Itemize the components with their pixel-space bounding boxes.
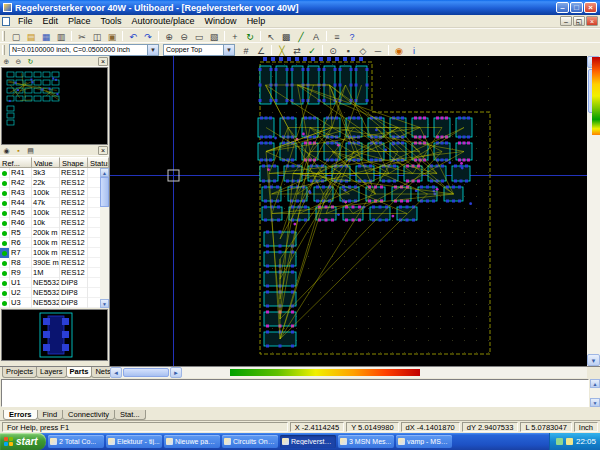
menu-item-help[interactable]: Help — [242, 15, 271, 27]
filter-icon[interactable]: ▤ — [25, 145, 36, 155]
overview-zoom-out-icon[interactable]: ⊖ — [13, 56, 24, 66]
print-icon[interactable]: ▥ — [54, 30, 68, 42]
scroll-down-icon[interactable]: ▼ — [587, 354, 600, 366]
table-row[interactable]: U3NE5532DIP8 — [0, 298, 101, 308]
tab-errors[interactable]: Errors — [3, 410, 38, 420]
table-row[interactable]: R7100k mRES12 — [0, 248, 101, 258]
table-row[interactable]: R413k3RES12 — [0, 168, 101, 178]
parts-header-ref[interactable]: Ref... — [0, 157, 32, 168]
tab-stat[interactable]: Stat... — [114, 410, 146, 420]
parts-header-shape[interactable]: Shape — [60, 157, 88, 168]
parts-close-button[interactable]: × — [98, 146, 108, 155]
birds-eye-view[interactable] — [1, 67, 108, 145]
via-icon[interactable]: ⊙ — [326, 44, 340, 56]
info-icon[interactable]: i — [407, 44, 421, 56]
zoom-full-icon[interactable]: ▧ — [207, 30, 221, 42]
taskbar-button-vamp-msn[interactable]: vamp - MSN... — [396, 435, 452, 448]
tab-layers[interactable]: Layers — [36, 367, 67, 378]
chevron-down-icon[interactable]: ▼ — [147, 45, 158, 55]
toolbar-grip[interactable] — [2, 31, 5, 41]
canvas-hscrollbar[interactable]: ◄ ► — [110, 367, 587, 378]
menu-item-place[interactable]: Place — [63, 15, 96, 27]
mdi-close-button[interactable]: × — [586, 16, 598, 26]
mdi-minimize-button[interactable]: – — [560, 16, 572, 26]
grid-combo[interactable]: N=0.0100000 inch, C=0.0500000 inch ▼ — [9, 44, 159, 56]
table-row[interactable]: R91MRES12 — [0, 268, 101, 278]
menu-item-autoroute-place[interactable]: Autoroute/place — [127, 15, 200, 27]
lock-icon[interactable]: ▪ — [13, 145, 24, 155]
zoom-in-icon[interactable]: ⊕ — [162, 30, 176, 42]
parts-scrollbar[interactable]: ▲ ▼ — [100, 168, 109, 308]
undo-icon[interactable]: ↶ — [126, 30, 140, 42]
table-row[interactable]: R45100kRES12 — [0, 208, 101, 218]
close-button[interactable]: × — [584, 2, 597, 13]
taskbar-button-elektuur-tij[interactable]: Elektuur - tij... — [106, 435, 162, 448]
table-row[interactable]: R4447kRES12 — [0, 198, 101, 208]
select-icon[interactable]: ↖ — [264, 30, 278, 42]
help-icon[interactable]: ? — [345, 30, 359, 42]
tab-projects[interactable]: Projects — [2, 367, 37, 378]
tab-parts[interactable]: Parts — [66, 367, 93, 378]
parts-header-value[interactable]: Value — [32, 157, 60, 168]
pan-icon[interactable]: + — [228, 30, 242, 42]
cut-icon[interactable]: ✂ — [75, 30, 89, 42]
new-icon[interactable]: ▢ — [9, 30, 23, 42]
tab-connectivity[interactable]: Connectivity — [62, 410, 115, 420]
chevron-down-icon[interactable]: ▼ — [223, 45, 234, 55]
copy-icon[interactable]: ◫ — [90, 30, 104, 42]
scroll-left-icon[interactable]: ◄ — [110, 367, 122, 378]
table-row[interactable]: R6100k mRES12 — [0, 238, 101, 248]
table-row[interactable]: R4222kRES12 — [0, 178, 101, 188]
taskbar-button-3-msn-mes[interactable]: 3 MSN Mes... — [338, 435, 394, 448]
taskbar-button-2-total-co[interactable]: 2 Total Co... — [48, 435, 104, 448]
mdi-restore-button[interactable]: ◱ — [573, 16, 585, 26]
scroll-down-icon[interactable]: ▼ — [590, 398, 600, 407]
scroll-down-icon[interactable]: ▼ — [100, 299, 109, 308]
redraw-icon[interactable]: ↻ — [243, 30, 257, 42]
overview-close-button[interactable]: × — [98, 57, 108, 66]
taskbar-button-nieuwe-pagi[interactable]: Nieuwe pagi... — [164, 435, 220, 448]
maximize-button[interactable]: □ — [570, 2, 583, 13]
table-row[interactable]: U1NE5532DIP8 — [0, 278, 101, 288]
highlight-icon[interactable]: ◉ — [392, 44, 406, 56]
properties-icon[interactable]: ≡ — [330, 30, 344, 42]
overview-zoom-in-icon[interactable]: ⊕ — [1, 56, 12, 66]
ruler-icon[interactable]: ∠ — [254, 44, 268, 56]
tray-icon[interactable] — [566, 438, 573, 445]
open-icon[interactable]: ▤ — [24, 30, 38, 42]
scroll-up-icon[interactable]: ▲ — [590, 379, 600, 388]
paste-icon[interactable]: ▣ — [105, 30, 119, 42]
minimize-button[interactable]: – — [556, 2, 569, 13]
scroll-right-icon[interactable]: ► — [170, 367, 182, 378]
find-icon[interactable]: ◉ — [1, 145, 12, 155]
taskbar-button-circuits-onlin[interactable]: Circuits Onlin... — [222, 435, 278, 448]
save-icon[interactable]: ▦ — [39, 30, 53, 42]
place-part-icon[interactable]: ▩ — [279, 30, 293, 42]
pcb-canvas[interactable] — [110, 56, 587, 366]
results-content[interactable] — [1, 379, 589, 407]
scroll-up-icon[interactable]: ▲ — [100, 168, 109, 177]
table-row[interactable]: U2NE5532DIP8 — [0, 288, 101, 298]
table-row[interactable]: R4610kRES12 — [0, 218, 101, 228]
place-trace-icon[interactable]: ╱ — [294, 30, 308, 42]
taskbar-button-regelverster[interactable]: Regelverster... — [280, 435, 336, 448]
table-row[interactable]: R5200k mRES12 — [0, 228, 101, 238]
place-text-icon[interactable]: A — [309, 30, 323, 42]
grid-icon[interactable]: # — [239, 44, 253, 56]
menu-item-window[interactable]: Window — [200, 15, 242, 27]
zoom-out-icon[interactable]: ⊖ — [177, 30, 191, 42]
toolbar-grip[interactable] — [2, 45, 5, 55]
tray-icon[interactable] — [556, 438, 563, 445]
drc-icon[interactable]: ✓ — [305, 44, 319, 56]
table-row[interactable]: R8390E mRES12 — [0, 258, 101, 268]
table-row[interactable]: R43100kRES12 — [0, 188, 101, 198]
pad-icon[interactable]: ▪ — [341, 44, 355, 56]
menu-item-file[interactable]: File — [13, 15, 38, 27]
autoroute-icon[interactable]: ⇄ — [290, 44, 304, 56]
ratsnest-icon[interactable]: ╳ — [275, 44, 289, 56]
menu-item-edit[interactable]: Edit — [38, 15, 64, 27]
results-scrollbar[interactable]: ▲ ▼ — [590, 379, 600, 407]
layer-combo[interactable]: Copper Top ▼ — [163, 44, 235, 56]
tab-find[interactable]: Find — [37, 410, 64, 420]
scroll-thumb[interactable] — [123, 368, 169, 377]
